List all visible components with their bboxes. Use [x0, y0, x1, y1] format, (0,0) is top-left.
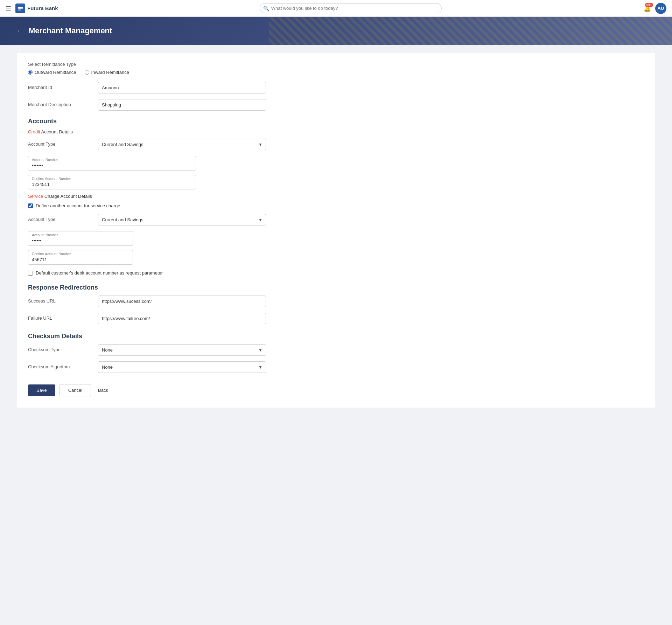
svg-rect-1 — [18, 8, 23, 9]
service-confirm-account-label: Confirm Account Number — [32, 252, 71, 256]
credit-account-type-select-wrapper: Current and Savings Savings Current ▼ — [98, 139, 266, 150]
radio-outward-input[interactable] — [28, 70, 33, 75]
service-link-text: Service — [28, 194, 43, 199]
radio-inward-label: Inward Remittance — [91, 70, 129, 75]
cancel-button[interactable]: Cancel — [59, 384, 91, 396]
service-confirm-account-input[interactable] — [32, 257, 129, 262]
user-avatar[interactable]: AU — [655, 3, 666, 14]
service-account-type-row: Account Type Current and Savings Savings… — [28, 214, 644, 225]
checksum-type-label: Checksum Type — [28, 344, 98, 352]
credit-account-header: Credit Account Details — [28, 129, 644, 134]
top-navigation: ☰ Futura Bank 🔍 🔔 99+ AU — [0, 0, 672, 17]
service-account-type-select[interactable]: Current and Savings Savings Current — [98, 214, 266, 225]
checksum-type-select[interactable]: None MD5 SHA1 SHA256 — [98, 344, 266, 356]
response-header: Response Redirections — [28, 284, 644, 291]
radio-inward[interactable]: Inward Remittance — [85, 70, 129, 75]
remittance-type-label: Select Remittance Type — [28, 62, 644, 67]
service-account-number-wrap: Account Number — [28, 231, 133, 246]
radio-outward[interactable]: Outward Remittance — [28, 70, 76, 75]
service-account-number-input[interactable] — [32, 238, 129, 243]
merchant-id-row: Merchant Id — [28, 82, 644, 93]
credit-account-type-row: Account Type Current and Savings Savings… — [28, 139, 644, 150]
app-name: Futura Bank — [27, 5, 58, 11]
credit-account-type-select[interactable]: Current and Savings Savings Current — [98, 139, 266, 150]
success-url-label: Success URL — [28, 296, 98, 304]
notification-bell[interactable]: 🔔 99+ — [643, 5, 651, 12]
merchant-id-label: Merchant Id — [28, 82, 98, 90]
remittance-radio-group: Outward Remittance Inward Remittance — [28, 70, 644, 75]
service-account-number-label: Account Number — [32, 233, 58, 237]
page-wrapper: ← Merchant Management Select Remittance … — [0, 17, 672, 625]
default-debit-checkbox-row: Default customer's debit account number … — [28, 270, 644, 276]
credit-account-number-input[interactable] — [32, 163, 192, 168]
failure-url-label: Failure URL — [28, 313, 98, 321]
default-debit-label[interactable]: Default customer's debit account number … — [36, 270, 163, 276]
accounts-header: Accounts — [28, 118, 644, 125]
credit-account-number-label: Account Number — [32, 158, 58, 162]
search-input[interactable] — [260, 3, 442, 13]
checksum-type-select-wrapper: None MD5 SHA1 SHA256 ▼ — [98, 344, 266, 356]
checksum-algo-select[interactable]: None MD5 SHA1 — [98, 361, 266, 373]
service-account-type-select-wrapper: Current and Savings Savings Current ▼ — [98, 214, 266, 225]
merchant-desc-input[interactable] — [98, 99, 266, 111]
checksum-algo-row: Checksum Algorithm None MD5 SHA1 ▼ — [28, 361, 644, 373]
nav-actions: 🔔 99+ AU — [643, 3, 666, 14]
default-debit-checkbox[interactable] — [28, 271, 33, 276]
svg-rect-0 — [18, 7, 23, 8]
credit-header-rest: Account Details — [41, 129, 73, 134]
notification-badge: 99+ — [645, 3, 653, 7]
content-area: Select Remittance Type Outward Remittanc… — [0, 45, 672, 625]
back-arrow-link[interactable]: ← — [17, 27, 23, 35]
credit-account-type-label: Account Type — [28, 139, 98, 147]
svg-rect-2 — [18, 9, 21, 10]
save-button[interactable]: Save — [28, 384, 55, 396]
checksum-type-row: Checksum Type None MD5 SHA1 SHA256 ▼ — [28, 344, 644, 356]
failure-url-row: Failure URL — [28, 313, 644, 324]
service-header-rest: Charge Account Details — [44, 194, 92, 199]
credit-confirm-account-label: Confirm Account Number — [32, 177, 71, 181]
radio-outward-label: Outward Remittance — [35, 70, 76, 75]
action-buttons: Save Cancel Back — [28, 384, 644, 396]
merchant-id-input[interactable] — [98, 82, 266, 93]
radio-inward-input[interactable] — [85, 70, 89, 75]
credit-confirm-account-input[interactable] — [32, 182, 192, 187]
page-header: ← Merchant Management — [0, 17, 672, 45]
page-title: Merchant Management — [29, 26, 112, 35]
remittance-section: Select Remittance Type Outward Remittanc… — [28, 62, 644, 75]
checksum-algo-label: Checksum Algorithm — [28, 361, 98, 369]
app-logo: Futura Bank — [15, 4, 58, 13]
merchant-desc-label: Merchant Description — [28, 99, 98, 107]
credit-link-text: Credit — [28, 129, 40, 134]
define-another-label[interactable]: Define another account for service charg… — [36, 203, 120, 208]
define-another-checkbox[interactable] — [28, 203, 33, 208]
logo-icon — [15, 4, 25, 13]
service-charge-header: Service Charge Account Details — [28, 194, 644, 199]
success-url-row: Success URL — [28, 296, 644, 307]
hamburger-menu[interactable]: ☰ — [6, 5, 11, 12]
logo-svg — [17, 5, 23, 12]
back-button[interactable]: Back — [95, 384, 111, 396]
success-url-input[interactable] — [98, 296, 266, 307]
credit-account-number-wrap: Account Number — [28, 156, 196, 171]
checksum-header: Checksum Details — [28, 333, 644, 340]
search-bar: 🔍 — [260, 3, 442, 13]
service-account-type-label: Account Type — [28, 214, 98, 222]
search-icon: 🔍 — [263, 6, 269, 11]
checksum-algo-select-wrapper: None MD5 SHA1 ▼ — [98, 361, 266, 373]
merchant-desc-row: Merchant Description — [28, 99, 644, 111]
service-confirm-account-wrap: Confirm Account Number — [28, 250, 133, 265]
credit-confirm-account-wrap: Confirm Account Number — [28, 175, 196, 189]
define-another-checkbox-row: Define another account for service charg… — [28, 203, 644, 208]
failure-url-input[interactable] — [98, 313, 266, 324]
form-card: Select Remittance Type Outward Remittanc… — [17, 53, 655, 408]
